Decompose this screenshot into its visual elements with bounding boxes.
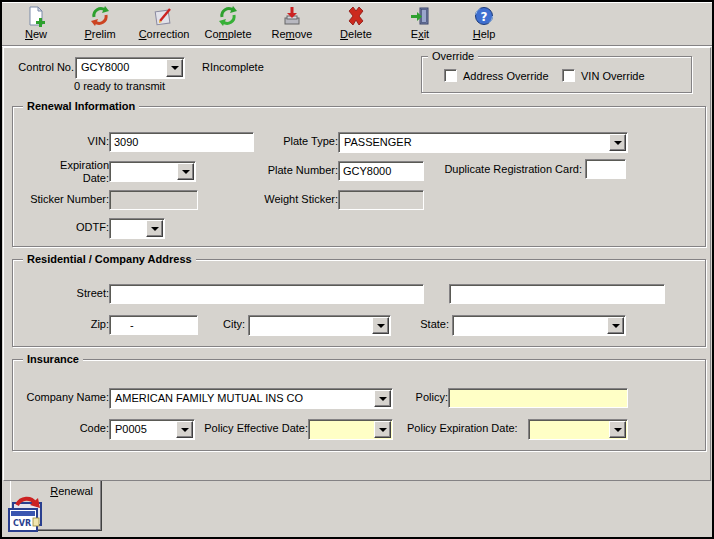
new-button[interactable]: New [4,4,68,43]
sticker-number-label: Sticker Number: [23,193,109,206]
remove-button-label: Remove [272,28,313,40]
correction-icon [153,5,175,27]
control-no-combo[interactable]: GCY8000 [75,57,185,79]
complete-button-label: Complete [204,28,251,40]
chevron-down-icon[interactable] [176,421,193,438]
zip-label: Zip: [23,318,109,331]
application-window: New Prelim Correction [0,0,714,539]
address-override-checkbox[interactable] [444,69,457,82]
insurance-group-title: Insurance [23,352,83,366]
street-input-2[interactable] [449,284,665,304]
ready-count-text: 0 ready to transmit [74,80,165,92]
new-icon [25,5,47,27]
override-group-title: Override [428,49,478,63]
street-input-1[interactable] [109,284,424,304]
chevron-down-icon[interactable] [607,317,624,334]
code-value: P0005 [110,420,175,439]
policy-effective-date-label: Policy Effective Date: [201,422,308,435]
weight-sticker-input [338,190,424,210]
company-name-value: AMERICAN FAMILY MUTUAL INS CO [110,389,373,408]
state-label: State: [385,318,449,331]
chevron-down-icon[interactable] [609,134,626,151]
policy-expiration-date-label: Policy Expiration Date: [407,422,513,435]
prelim-button-label: Prelim [84,28,115,40]
remove-icon [281,5,303,27]
chevron-down-icon[interactable] [177,163,194,180]
status-text: RIncomplete [202,61,264,73]
state-combo[interactable] [452,315,626,336]
control-no-label: Control No. [10,61,74,74]
correction-button-label: Correction [139,28,190,40]
expiration-date-combo[interactable] [109,161,196,182]
address-override-label: Address Override [463,70,549,82]
tab-renewal-label: Renewal [50,485,93,497]
prelim-button[interactable]: Prelim [68,4,132,43]
vin-override-label: VIN Override [581,70,645,82]
vin-input[interactable] [109,132,254,152]
plate-type-value: PASSENGER [339,133,608,152]
address-group-title: Residential / Company Address [23,252,196,266]
code-combo[interactable]: P0005 [109,419,195,440]
insurance-group: Insurance Company Name: AMERICAN FAMILY … [12,359,706,451]
plate-type-combo[interactable]: PASSENGER [338,132,628,153]
renewal-information-title: Renewal Information [23,99,139,113]
duplicate-registration-card-label: Duplicate Registration Card: [425,163,582,176]
policy-expiration-date-value [529,420,608,439]
chevron-down-icon[interactable] [374,390,391,407]
address-group: Residential / Company Address Street: Zi… [12,259,706,347]
policy-expiration-date-combo[interactable] [528,419,628,440]
complete-button[interactable]: Complete [196,4,260,43]
policy-label: Policy: [400,391,448,404]
svg-text:CVR: CVR [13,519,31,528]
help-button-label: Help [473,28,496,40]
form-panel: Control No. GCY8000 RIncomplete 0 ready … [3,47,711,481]
company-name-combo[interactable]: AMERICAN FAMILY MUTUAL INS CO [109,388,393,409]
policy-effective-date-combo[interactable] [308,419,393,440]
cvrs-app-icon: CVR [5,493,49,539]
delete-button-label: Delete [340,28,372,40]
expiration-date-label: ExpirationDate: [23,159,109,185]
complete-icon [217,5,239,27]
correction-button[interactable]: Correction [132,4,196,43]
chevron-down-icon[interactable] [166,59,183,77]
plate-number-input[interactable] [338,161,424,181]
plate-number-label: Plate Number: [243,164,338,177]
vin-label: VIN: [23,135,109,148]
remove-button[interactable]: Remove [260,4,324,43]
new-button-label: New [25,28,47,40]
code-label: Code: [23,422,109,435]
svg-text:?: ? [481,10,488,24]
exit-button-label: Exit [411,28,429,40]
duplicate-registration-card-input[interactable] [585,159,626,179]
company-name-label: Company Name: [15,391,109,404]
exit-button[interactable]: Exit [388,4,452,43]
street-label: Street: [23,287,109,300]
chevron-down-icon[interactable] [374,421,391,438]
renewal-information-group: Renewal Information VIN: Plate Type: PAS… [12,106,706,247]
weight-sticker-label: Weight Sticker: [243,193,338,206]
prelim-icon [89,5,111,27]
exit-icon [409,5,431,27]
delete-button[interactable]: Delete [324,4,388,43]
override-group: Override Address Override VIN Override [421,56,692,93]
odtf-combo[interactable] [109,218,165,239]
vin-override-checkbox[interactable] [562,69,575,82]
policy-effective-date-value [309,420,373,439]
chevron-down-icon[interactable] [609,421,626,438]
sticker-number-input [109,190,198,210]
help-button[interactable]: ? Help [452,4,516,43]
chevron-down-icon[interactable] [146,220,163,237]
help-icon: ? [473,5,495,27]
delete-icon [345,5,367,27]
city-value [249,316,371,335]
city-label: City: [175,318,245,331]
expiration-date-value [110,162,176,181]
plate-type-label: Plate Type: [243,135,338,148]
policy-input[interactable] [448,388,628,408]
city-combo[interactable] [248,315,391,336]
state-value [453,316,606,335]
odtf-value [110,219,145,238]
toolbar: New Prelim Correction [2,2,712,46]
odtf-label: ODTF: [23,221,109,234]
control-no-value: GCY8000 [76,58,165,78]
